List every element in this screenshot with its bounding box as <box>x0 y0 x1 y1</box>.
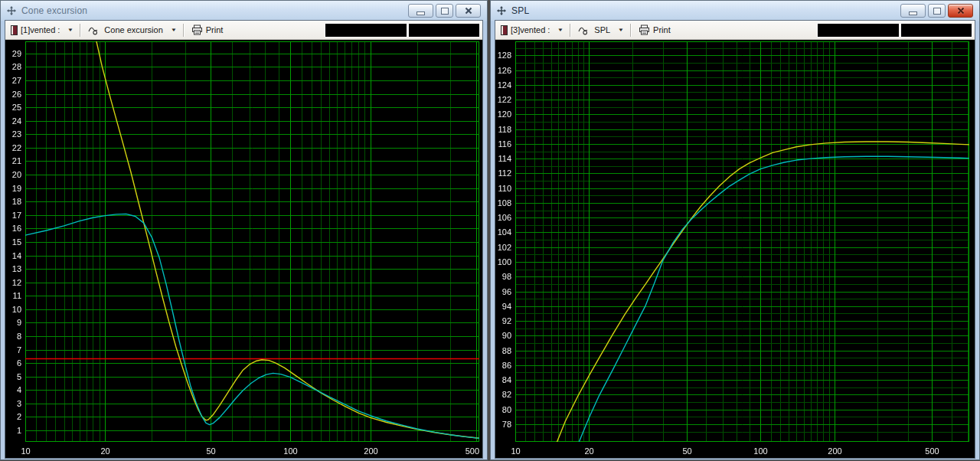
plot-area <box>495 40 975 458</box>
plot-area <box>5 40 482 458</box>
maximize-icon <box>933 8 941 15</box>
window-title: SPL <box>511 5 529 16</box>
project-selector-label: [1]vented : <box>21 25 60 34</box>
print-button-label: Print <box>206 25 224 34</box>
graph-type-selector[interactable]: SPL ▼ <box>575 24 626 37</box>
book-icon <box>11 25 18 35</box>
status-panel-1 <box>325 23 407 38</box>
window-cone-excursion: Cone excursion [1]vented : ▼ Cone excurs… <box>0 0 488 460</box>
maximize-button[interactable] <box>928 4 946 18</box>
project-selector[interactable]: [1]vented : ▼ <box>8 24 76 37</box>
move-cross-icon <box>6 5 17 16</box>
close-button[interactable] <box>456 4 481 18</box>
printer-icon <box>191 25 203 35</box>
close-button[interactable] <box>948 4 973 18</box>
spl-plot[interactable] <box>495 40 972 458</box>
toolbar-separator <box>80 24 81 37</box>
maximize-button[interactable] <box>436 4 453 18</box>
window-title: Cone excursion <box>21 5 87 16</box>
waveform-icon <box>578 25 591 35</box>
toolbar: [3]vented : ▼ SPL ▼ Prin <box>495 21 975 40</box>
chevron-down-icon: ▼ <box>171 28 177 32</box>
project-selector-label: [3]vented : <box>511 25 550 34</box>
print-button[interactable]: Print <box>635 23 674 37</box>
print-button-label: Print <box>653 25 671 34</box>
toolbar-separator <box>570 24 571 37</box>
book-icon <box>501 25 508 35</box>
print-button[interactable]: Print <box>188 23 227 37</box>
titlebar[interactable]: Cone excursion <box>5 2 483 20</box>
window-spl: SPL [3]vented : ▼ SPL ▼ <box>490 0 980 460</box>
printer-icon <box>639 25 650 35</box>
graph-type-selector[interactable]: Cone excursion ▼ <box>85 24 178 37</box>
waveform-icon <box>88 25 101 35</box>
close-icon <box>465 7 472 15</box>
toolbar-separator <box>630 24 632 37</box>
toolbar-separator <box>183 24 185 37</box>
status-panel-2 <box>900 23 972 38</box>
minimize-button[interactable] <box>900 4 926 18</box>
chevron-down-icon: ▼ <box>67 28 74 32</box>
minimize-icon <box>416 11 425 15</box>
move-cross-icon <box>496 5 507 16</box>
status-panel-2 <box>408 23 480 38</box>
toolbar: [1]vented : ▼ Cone excursion ▼ <box>5 21 482 40</box>
chevron-down-icon: ▼ <box>557 28 564 32</box>
close-icon <box>957 7 965 15</box>
project-selector[interactable]: [3]vented : ▼ <box>498 24 566 37</box>
graph-type-label: SPL <box>594 25 610 34</box>
status-panel-1 <box>817 23 900 38</box>
chevron-down-icon: ▼ <box>618 28 624 32</box>
graph-type-label: Cone excursion <box>104 25 162 34</box>
maximize-icon <box>441 8 449 15</box>
titlebar[interactable]: SPL <box>495 2 975 20</box>
cone-excursion-plot[interactable] <box>5 40 482 458</box>
minimize-icon <box>909 11 917 15</box>
minimize-button[interactable] <box>408 4 433 18</box>
